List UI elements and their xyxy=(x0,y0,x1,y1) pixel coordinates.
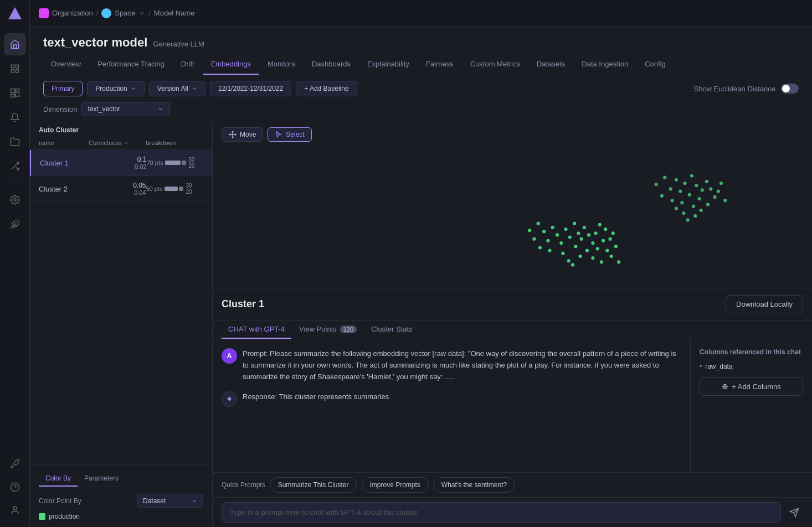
breadcrumb-org[interactable]: Organization xyxy=(39,8,93,18)
bar-container xyxy=(165,187,183,191)
svg-point-50 xyxy=(608,237,611,241)
tab-explainability[interactable]: Explainability xyxy=(359,54,417,75)
metric-cell: 0.05 0.04 xyxy=(89,182,146,196)
sidebar-item-dashboard[interactable] xyxy=(4,82,26,104)
table-header: name Correctness breakdown xyxy=(30,136,212,150)
add-columns-plus-icon: ⊕ xyxy=(722,382,728,391)
color-by-tab[interactable]: Color By xyxy=(39,471,78,487)
sidebar-item-home[interactable] xyxy=(4,33,26,55)
version-selector[interactable]: Version All xyxy=(149,81,205,96)
color-point-label: Color Point By xyxy=(39,497,81,505)
breakdown-cell: 50 pts 30 20 xyxy=(146,183,204,195)
breadcrumb-sep-2: / xyxy=(148,9,151,17)
svg-point-30 xyxy=(568,236,572,239)
svg-point-21 xyxy=(532,237,536,241)
svg-point-63 xyxy=(683,182,686,185)
table-row[interactable]: Cluster 1 0.1 0.02 70 pts 50 20 xyxy=(30,150,212,176)
bnum-1: 50 xyxy=(188,157,194,163)
svg-point-64 xyxy=(690,174,693,177)
sidebar-item-plugins[interactable] xyxy=(4,213,26,235)
sidebar-item-integrations[interactable] xyxy=(4,155,26,177)
tab-custom-metrics[interactable]: Custom Metrics xyxy=(462,54,528,75)
sidebar-item-settings[interactable] xyxy=(4,189,26,211)
bullet-icon: • xyxy=(700,363,702,370)
app-logo[interactable] xyxy=(6,4,24,23)
tab-embeddings[interactable]: Embeddings xyxy=(203,54,259,75)
sidebar-item-help[interactable] xyxy=(4,476,26,498)
summarize-cluster-button[interactable]: Summarize This Cluster xyxy=(270,477,357,493)
add-columns-button[interactable]: ⊕ + Add Columns xyxy=(700,377,803,396)
color-point-row: Color Point By Dataset xyxy=(39,494,203,508)
user-avatar: A xyxy=(222,348,237,364)
svg-point-43 xyxy=(594,231,597,235)
model-label: Model Name xyxy=(154,9,195,17)
sidebar-item-models[interactable] xyxy=(4,58,26,80)
parameters-tab[interactable]: Parameters xyxy=(78,471,125,487)
primary-label: Primary xyxy=(52,85,74,92)
svg-point-80 xyxy=(717,189,720,193)
cluster-name: Cluster 2 xyxy=(39,185,89,193)
view-points-label: View Points xyxy=(299,325,337,333)
sidebar-item-alerts[interactable] xyxy=(4,106,26,128)
tab-overview[interactable]: Overview xyxy=(43,54,89,75)
tab-drift[interactable]: Drift xyxy=(173,54,202,75)
color-point-selector[interactable]: Dataset xyxy=(137,494,203,508)
tab-dashboards[interactable]: Dashboards xyxy=(304,54,358,75)
tab-data-ingestion[interactable]: Data Ingestion xyxy=(574,54,636,75)
user-message: Prompt: Please summarize the following e… xyxy=(243,348,681,383)
cluster-2-dots xyxy=(655,174,727,221)
tab-monitors[interactable]: Monitors xyxy=(260,54,303,75)
send-button[interactable] xyxy=(785,504,803,521)
org-label: Organization xyxy=(52,9,93,17)
bnum-2: 20 xyxy=(188,163,194,169)
tab-performance[interactable]: Performance Tracing xyxy=(90,54,172,75)
svg-point-81 xyxy=(720,182,723,185)
scatter-plot[interactable] xyxy=(213,138,812,288)
tab-config[interactable]: Config xyxy=(637,54,674,75)
download-locally-button[interactable]: Download Locally xyxy=(726,295,803,313)
tab-view-points[interactable]: View Points 120 xyxy=(292,321,363,339)
svg-point-34 xyxy=(567,259,571,262)
svg-point-32 xyxy=(577,231,580,235)
svg-rect-5 xyxy=(11,89,14,93)
bar-1 xyxy=(165,161,181,165)
sidebar-bottom xyxy=(4,452,26,523)
improve-prompts-button[interactable]: Improve Prompts xyxy=(362,477,429,493)
bottom-panel: Cluster 1 Download Locally CHAT with GPT… xyxy=(213,288,812,527)
svg-point-20 xyxy=(537,222,540,225)
message-row-ai: ✦ Response: This cluster represents summ… xyxy=(222,391,681,407)
breadcrumb-space[interactable]: Space xyxy=(101,8,145,18)
tab-chat-gpt4[interactable]: CHAT with GPT-4 xyxy=(222,321,291,339)
space-icon xyxy=(101,8,111,18)
add-baseline-button[interactable]: + Add Baseline xyxy=(296,81,357,96)
bar-2 xyxy=(182,161,186,165)
version-label: Version All xyxy=(157,85,188,92)
sidebar-item-launch[interactable] xyxy=(4,453,26,475)
whats-sentiment-button[interactable]: What's the sentiment? xyxy=(433,477,515,493)
col-correctness[interactable]: Correctness xyxy=(89,140,146,146)
sidebar-item-profile[interactable] xyxy=(4,499,26,521)
breadcrumb-model[interactable]: Model Name xyxy=(154,9,195,17)
breakdown-cell: 70 pts 50 20 xyxy=(147,157,204,169)
dimension-chevron-icon xyxy=(157,106,164,112)
tab-datasets[interactable]: Datasets xyxy=(529,54,573,75)
chat-input[interactable] xyxy=(222,502,781,523)
euclidean-toggle[interactable] xyxy=(781,84,799,94)
chat-sidebar-title: Columns referenced in this chat xyxy=(700,348,803,356)
sidebar-item-datasets[interactable] xyxy=(4,131,26,153)
cluster-selected-title: Cluster 1 xyxy=(222,298,264,310)
dimension-selector[interactable]: text_vector xyxy=(81,102,170,116)
move-label: Move xyxy=(240,131,256,138)
table-row[interactable]: Cluster 2 0.05 0.04 50 pts 30 20 xyxy=(30,176,212,202)
env-selector[interactable]: Production xyxy=(87,81,144,96)
col-breakdown: breakdown xyxy=(146,140,204,146)
tab-fairness[interactable]: Fairness xyxy=(418,54,461,75)
svg-point-33 xyxy=(561,252,564,255)
euclidean-toggle-row: Show Euclidean Distance xyxy=(694,84,799,94)
primary-button[interactable]: Primary xyxy=(43,81,83,96)
add-columns-label: + Add Columns xyxy=(732,383,781,391)
svg-point-44 xyxy=(598,223,602,226)
date-range-picker[interactable]: 12/1/2022-12/31/2022 xyxy=(210,81,291,96)
tab-cluster-stats[interactable]: Cluster Stats xyxy=(364,321,419,339)
env-label: Production xyxy=(95,85,127,92)
